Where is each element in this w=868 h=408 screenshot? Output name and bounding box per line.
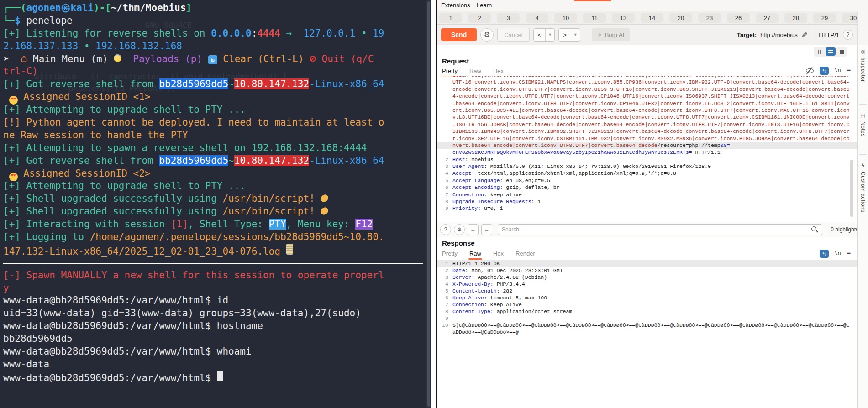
search-prev-icon[interactable]: ← bbox=[468, 224, 479, 235]
newline-toggle-icon[interactable]: \n bbox=[834, 251, 841, 257]
terminal-text: [+] Attempting to spawn a reverse shell … bbox=[3, 142, 367, 153]
request-text: .base64-encode|convert.iconv.UTF8.UTF7|c… bbox=[452, 100, 850, 107]
cancel-button[interactable]: Cancel bbox=[497, 28, 529, 42]
repeater-tab-1[interactable]: 1 bbox=[439, 13, 462, 23]
repeater-tab-4[interactable]: 4 bbox=[526, 13, 548, 23]
scroll-icon bbox=[286, 244, 293, 255]
send-button[interactable]: Send bbox=[441, 28, 477, 41]
history-back-button[interactable]: < ▼ bbox=[533, 28, 555, 42]
terminal-text: penelope bbox=[21, 15, 73, 26]
toolbar-separator bbox=[586, 29, 586, 41]
terminal-text: [+] Attempting to upgrade shell to PTY .… bbox=[3, 180, 246, 191]
search-next-icon[interactable]: → bbox=[481, 224, 492, 235]
response-tab-hex[interactable]: Hex bbox=[493, 250, 504, 259]
terminal-text: www-data@bb28d5969dd5:/var/www/html$ id bbox=[3, 295, 228, 306]
hide-nonprinting-icon[interactable] bbox=[805, 67, 814, 75]
request-header-line: 5Accept-Language: en-US,en;q=0.5 bbox=[437, 177, 857, 184]
terminal-text: www-data@bb28d5969dd5:/var/www/html$ who… bbox=[3, 346, 252, 357]
repeater-tab-14[interactable]: 14 bbox=[641, 13, 663, 23]
request-line: cHV0ZW52KCJMRF9QUkVMT0FEPS90bXAvaG9vay5z… bbox=[437, 149, 857, 156]
repeater-tab-27[interactable]: 27 bbox=[756, 13, 779, 23]
history-forward-button[interactable]: > ▼ bbox=[558, 28, 580, 42]
sidebar-tab-custom-actions[interactable]: ϟCustom actions bbox=[858, 162, 868, 213]
terminal-scrollbar[interactable] bbox=[426, 0, 431, 408]
http-version-label[interactable]: HTTP/1 bbox=[819, 31, 839, 38]
terminal-divider bbox=[3, 256, 426, 269]
response-tab-pretty[interactable]: Pretty bbox=[442, 250, 458, 259]
send-settings-gear-icon[interactable]: ⚙ bbox=[480, 28, 494, 42]
terminal-text: ┌──( bbox=[3, 2, 26, 13]
request-search-bar: ? ⚙ ← → Search 0 highlights bbox=[437, 222, 865, 237]
clear-icon: ↻ bbox=[208, 55, 217, 64]
repeater-tab-28[interactable]: 28 bbox=[784, 13, 807, 23]
back-dropdown-icon[interactable]: ▼ bbox=[545, 29, 554, 41]
terminal-text: /home/agonen/.penelope/sessions/bb28d596… bbox=[90, 231, 384, 242]
header-value: : gzip, deflate, br bbox=[500, 184, 560, 191]
terminal-output[interactable]: ┌──(agonen㉿kali)-[~/thm/Moebius]└─$ pene… bbox=[3, 2, 426, 384]
request-tab-hex[interactable]: Hex bbox=[493, 68, 504, 76]
terminal-line: 2.168.137.133 • 192.168.132.168 bbox=[3, 40, 426, 53]
request-editor[interactable]: 1.IBM-932|convert.iconv.BIG5HKSCS.UTF16|… bbox=[437, 76, 857, 222]
terminal-text: bb28d5969dd5 bbox=[159, 78, 228, 89]
request-tab-pretty[interactable]: Pretty bbox=[442, 68, 458, 76]
response-editor[interactable]: 1HTTP/1.1 200 OK2Date: Mon, 01 Dec 2025 … bbox=[437, 260, 857, 408]
sidebar-tab-inspector[interactable]: ◎Inspector bbox=[858, 48, 868, 82]
http-version-help-icon[interactable]: ? bbox=[843, 30, 853, 40]
layout-single-icon[interactable] bbox=[836, 47, 847, 56]
request-text: t.iconv.SE2.UTF-16|convert.iconv.CSIBM11… bbox=[452, 135, 850, 142]
terminal-text: $ bbox=[15, 15, 21, 26]
response-text: $)C@CàÐÐøôô>==@CàÐÐøôô>==@CàÐÐøôô>==@CàÐ… bbox=[452, 322, 850, 329]
terminal-line: www-data@bb28d5969dd5:/var/www/html$ bbox=[3, 371, 426, 384]
search-highlights-count: 0 highlights bbox=[828, 226, 861, 233]
menu-learn[interactable]: Learn bbox=[477, 2, 492, 9]
terminal-text: ㉿ bbox=[61, 2, 70, 13]
terminal-text: ~ bbox=[228, 78, 234, 89]
response-tab-render[interactable]: Render bbox=[516, 250, 535, 259]
syntax-wrap-icon[interactable]: ⇆ bbox=[820, 67, 829, 75]
request-view-tabs: PrettyRawHex bbox=[442, 68, 504, 76]
repeater-tab-3[interactable]: 3 bbox=[497, 13, 520, 23]
syntax-wrap-icon[interactable]: ⇆ bbox=[820, 250, 829, 258]
repeater-tab-11[interactable]: 11 bbox=[583, 13, 606, 23]
editor-menu-icon[interactable]: ≡ bbox=[847, 67, 851, 75]
search-help-icon[interactable]: ? bbox=[440, 224, 451, 235]
repeater-tab-13[interactable]: 13 bbox=[612, 13, 635, 23]
repeater-tab-23[interactable]: 23 bbox=[698, 13, 721, 23]
request-line: ert.iconv.865.UCS-4LE|convert.base64-dec… bbox=[437, 107, 857, 114]
header-name: Accept bbox=[452, 170, 471, 177]
response-tab-raw[interactable]: Raw bbox=[469, 250, 481, 259]
editor-menu-icon[interactable]: ≡ bbox=[847, 250, 851, 258]
header-name: Host bbox=[452, 156, 465, 163]
terminal-text: : bbox=[252, 28, 258, 39]
edit-target-pencil-icon[interactable]: ✎ bbox=[801, 31, 807, 39]
terminal-window[interactable]: GNU_SOURCE__attribute__ ((__constructor_… bbox=[0, 0, 431, 408]
repeater-tab-29[interactable]: 29 bbox=[813, 13, 836, 23]
request-tab-raw[interactable]: Raw bbox=[469, 68, 481, 76]
request-scrollbar-thumb[interactable] bbox=[850, 160, 853, 217]
header-name: Upgrade-Insecure-Requests bbox=[452, 198, 531, 205]
line-number: 9 bbox=[437, 315, 452, 322]
terminal-text: 0.0.0.0 bbox=[211, 28, 252, 39]
terminal-line: ┌──(agonen㉿kali)-[~/thm/Moebius] bbox=[3, 2, 426, 15]
repeater-tab-2[interactable]: 2 bbox=[468, 13, 491, 23]
menu-extensions[interactable]: Extensions bbox=[441, 2, 470, 9]
line-number bbox=[437, 100, 452, 107]
terminal-text: y bbox=[3, 282, 9, 293]
terminal-text: PTY bbox=[269, 219, 286, 230]
newline-toggle-icon[interactable]: \n bbox=[834, 68, 841, 74]
line-number bbox=[437, 128, 452, 135]
layout-rows-icon[interactable] bbox=[826, 47, 836, 56]
search-settings-gear-icon[interactable]: ⚙ bbox=[454, 224, 465, 235]
layout-columns-icon[interactable] bbox=[815, 47, 825, 56]
repeater-tab-26[interactable]: 26 bbox=[727, 13, 750, 23]
terminal-scrollbar-thumb[interactable] bbox=[427, 1, 430, 407]
burp-ai-button[interactable]: ✧ Burp AI bbox=[592, 28, 630, 41]
sidebar-tab-notes[interactable]: ▤Notes bbox=[858, 112, 868, 137]
repeater-tab-10[interactable]: 10 bbox=[554, 13, 577, 23]
request-search-input[interactable]: Search bbox=[498, 224, 822, 235]
request-text: v.L8.UTF16BE|convert.base64-decode|conve… bbox=[452, 114, 850, 120]
terminal-text: kali bbox=[70, 2, 94, 13]
terminal-text: 192.168.132.168 bbox=[95, 41, 182, 52]
repeater-tab-20[interactable]: 20 bbox=[669, 13, 692, 23]
forward-dropdown-icon[interactable]: ▼ bbox=[571, 29, 580, 41]
